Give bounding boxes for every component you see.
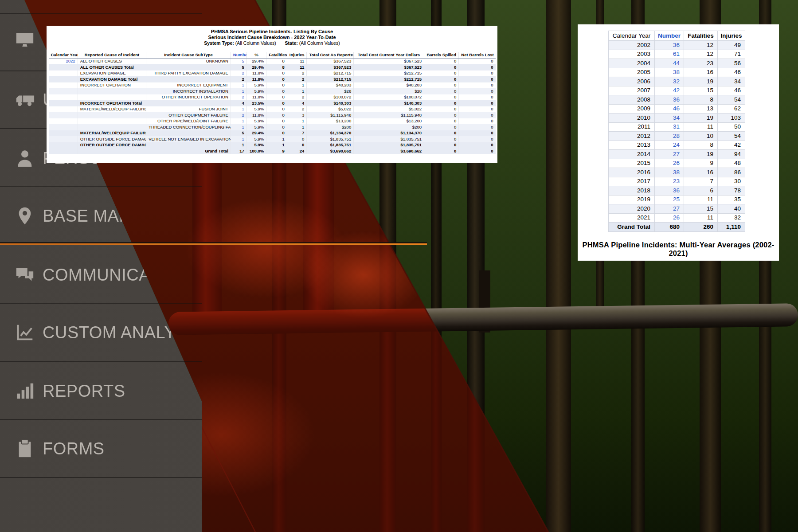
value-link[interactable]: 38	[655, 68, 684, 77]
table-cell: 2015	[609, 159, 655, 168]
table-row: 2009461362	[609, 104, 745, 113]
table-cell: MATERIAL/WELD/EQUIP FAILURE	[78, 106, 146, 113]
table-row: 2002361249	[609, 41, 745, 50]
table-cell: 29.4%	[246, 58, 266, 64]
value-link[interactable]: 5	[231, 58, 246, 64]
table-cell: $100,072	[354, 94, 424, 101]
value-link[interactable]: 26	[655, 159, 684, 168]
table-cell: 0	[424, 148, 459, 154]
table-row: THREADED CONNECTION/COUPLING FAILURE15.9…	[49, 124, 496, 130]
table-cell: 11.8%	[246, 76, 266, 82]
table-row: 2007421546	[609, 86, 745, 95]
value-link[interactable]: 24	[655, 141, 684, 150]
table-cell: 1	[231, 142, 246, 149]
table-cell: 6	[684, 186, 718, 196]
table-cell: 5.9%	[246, 82, 266, 89]
table-cell: 0	[266, 124, 287, 130]
table-cell: 0	[459, 148, 496, 154]
table-cell	[49, 76, 78, 82]
table-cell	[49, 64, 78, 70]
table-cell: 4	[231, 100, 246, 106]
sidebar-item-label: COMMUNICAT	[43, 266, 160, 285]
value-link[interactable]: 61	[655, 50, 684, 59]
table-cell: $1,835,751	[307, 142, 354, 149]
value-link[interactable]: 1	[231, 136, 246, 142]
state-label: State:	[285, 40, 298, 46]
table-row: 2019251135	[609, 195, 745, 204]
table-cell: 0	[424, 94, 459, 101]
value-link[interactable]: 34	[655, 113, 684, 123]
value-link[interactable]: 2	[231, 70, 246, 77]
value-link[interactable]: 28	[655, 132, 684, 141]
table-cell: $212,715	[307, 76, 354, 82]
value-link[interactable]: 2	[231, 94, 246, 101]
table-cell: 5	[231, 64, 246, 70]
table-cell	[78, 88, 146, 94]
table-cell	[146, 142, 231, 149]
tree-trunk	[546, 0, 571, 532]
value-link[interactable]: 1	[231, 118, 246, 125]
value-link[interactable]: 1	[231, 88, 246, 94]
table-cell	[49, 70, 78, 77]
value-link[interactable]: 2022	[49, 58, 78, 64]
column-header: Barrels Spilled	[424, 52, 459, 58]
table-cell	[49, 82, 78, 89]
column-header: Fatalities	[684, 31, 718, 41]
table-cell	[49, 94, 78, 101]
value-link[interactable]: 1	[231, 124, 246, 130]
value-link[interactable]: 36	[655, 186, 684, 196]
value-link[interactable]: 42	[655, 86, 684, 95]
value-link[interactable]: 23	[655, 177, 684, 186]
table-cell: VEHICLE NOT ENGAGED IN EXCAVATION	[146, 136, 231, 142]
table-row: 201526948	[609, 159, 745, 168]
table-cell: 8	[266, 58, 287, 64]
column-header: Number	[231, 52, 246, 58]
table-cell: $140,303	[307, 100, 354, 106]
value-link[interactable]: 2	[231, 112, 246, 118]
value-link[interactable]: 38	[655, 168, 684, 177]
table-cell: $367,523	[307, 58, 354, 64]
sidebar-divider	[0, 361, 202, 362]
table-cell: 0	[459, 142, 496, 149]
value-link[interactable]: 25	[655, 195, 684, 204]
value-link[interactable]: 1	[231, 106, 246, 113]
table-cell: 0	[459, 76, 496, 82]
table-cell: $5,022	[354, 106, 424, 113]
table-cell: 2021	[609, 213, 655, 223]
table-cell	[78, 94, 146, 101]
column-header: Net Barrels Lost	[459, 52, 496, 58]
table-cell: 2005	[609, 68, 655, 77]
table-row: MATERIAL/WELD/EQUIP FAILURE Total529.4%0…	[49, 130, 496, 137]
table-cell: 0	[459, 130, 496, 137]
table-cell	[78, 118, 146, 125]
table-cell	[146, 130, 231, 137]
value-link[interactable]: 46	[655, 104, 684, 113]
table-cell: $212,715	[354, 70, 424, 77]
table-cell: 2003	[609, 50, 655, 59]
table-cell	[78, 112, 146, 118]
table-cell: $200	[354, 124, 424, 130]
table-cell: 34	[718, 77, 745, 86]
report-filters: System Type: (All Column Values) State: …	[47, 40, 497, 46]
value-link[interactable]: 31	[655, 122, 684, 132]
value-link[interactable]: 32	[655, 77, 684, 86]
table-cell: INCORRECT EQUIPMENT	[146, 82, 231, 89]
table-cell: 30	[718, 177, 745, 186]
table-cell: $1,835,751	[354, 142, 424, 149]
value-link[interactable]: 26	[655, 213, 684, 223]
table-cell: 49	[718, 41, 745, 50]
value-link[interactable]: 27	[655, 204, 684, 214]
table-cell: 0	[266, 82, 287, 89]
table-cell: 2010	[609, 113, 655, 123]
column-header: Total Cost As Reported	[307, 52, 354, 58]
value-link[interactable]: 44	[655, 59, 684, 68]
value-link[interactable]: 36	[655, 41, 684, 50]
value-link[interactable]: 1	[231, 82, 246, 89]
column-header: Injuries	[718, 31, 745, 41]
table-row: 2021261132	[609, 213, 745, 223]
value-link[interactable]: 27	[655, 150, 684, 159]
table-cell: 5.9%	[246, 118, 266, 125]
value-link[interactable]: 36	[655, 95, 684, 105]
table-cell: OTHER OUTSIDE FORCE DAMAGE Total	[78, 142, 146, 149]
table-cell	[49, 106, 78, 113]
